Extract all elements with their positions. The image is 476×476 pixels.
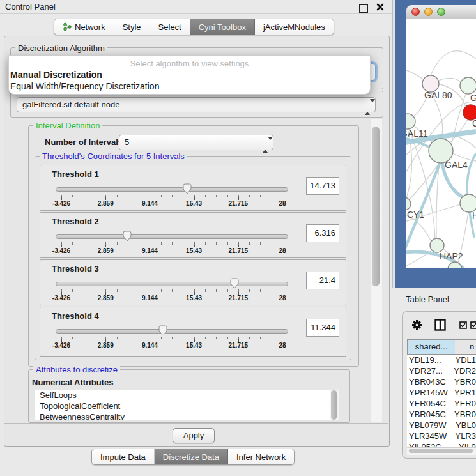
threshold-4-label: Threshold 4 <box>52 311 99 321</box>
minimize-traffic-light-icon[interactable] <box>424 8 433 16</box>
network-window-titlebar[interactable] <box>406 5 476 19</box>
node-label: GAL4 <box>445 160 468 170</box>
table-row[interactable]: YBR045CYBR0 <box>407 409 476 420</box>
close-traffic-light-icon[interactable] <box>411 8 420 16</box>
node-partial-top-right[interactable] <box>460 77 476 94</box>
number-of-intervals-value: 5 <box>125 137 129 147</box>
table-row[interactable]: YLR345WYLR3 <box>407 431 476 441</box>
list-item[interactable]: TopologicalCoefficient <box>35 401 330 411</box>
list-item[interactable]: BetweennessCentrality <box>35 411 330 420</box>
column-header-name[interactable]: n <box>455 339 476 355</box>
tab-network-label: Network <box>75 22 105 32</box>
algorithm-dropdown-popup: Select algorithm to view settings Manual… <box>8 55 371 95</box>
table-row[interactable]: YER054CYER0 <box>407 398 476 409</box>
attributes-group-label: Attributes to discretize <box>33 365 120 374</box>
slider-thumb[interactable] <box>158 325 168 336</box>
spinner-arrows-icon <box>365 100 371 111</box>
node-label: GAL <box>470 93 476 103</box>
attributes-scrollbar-thumb[interactable] <box>331 390 337 420</box>
node-label: HAP2 <box>440 251 463 261</box>
slider-thumb[interactable] <box>123 231 132 242</box>
tab-discretize-data[interactable]: Discretize Data <box>155 449 228 464</box>
slider-track[interactable] <box>56 234 288 239</box>
network-canvas[interactable]: GAL80 GAL C GAL11 GAL4 GCY1 H HAP2 <box>406 19 476 268</box>
list-item[interactable]: SelfLoops <box>35 390 330 401</box>
slider-track[interactable] <box>56 187 288 192</box>
close-icon[interactable] <box>376 3 385 12</box>
tab-infer-network[interactable]: Infer Network <box>228 449 294 464</box>
slider-ticks <box>61 337 282 342</box>
node-label: GAL80 <box>424 90 452 100</box>
node-label: GAL11 <box>406 128 428 139</box>
table-row[interactable]: YDR27...YDR2 <box>407 365 476 376</box>
algorithm-option-equal-width[interactable]: Equal Width/Frequency Discretization <box>10 81 159 91</box>
settings-scrollbar-thumb[interactable] <box>372 127 380 286</box>
split-column-icon[interactable] <box>434 319 446 333</box>
gear-icon[interactable] <box>411 319 422 332</box>
algorithm-option-manual[interactable]: Manual Discretization <box>10 70 102 80</box>
threshold-2-value-field[interactable]: 6.316 <box>306 224 339 242</box>
algorithm-placeholder-option[interactable]: Select algorithm to view settings <box>9 59 370 68</box>
slider-ticks <box>61 242 282 247</box>
tab-network[interactable]: Network <box>54 19 114 35</box>
network-view-window: GAL80 GAL C GAL11 GAL4 GCY1 H HAP2 <box>395 0 476 288</box>
thresholds-group-label: Threshold's Coordinates for 5 Intervals <box>40 151 187 161</box>
threshold-4-value-field[interactable]: 11.344 <box>306 319 339 337</box>
zoom-traffic-light-icon[interactable] <box>437 8 445 16</box>
tab-cyni-toolbox[interactable]: Cyni Toolbox <box>190 19 255 35</box>
spinner-arrows-icon <box>263 138 268 148</box>
table-row[interactable]: YBR043CYBR0 <box>407 376 476 387</box>
threshold-4-slider[interactable] <box>58 325 282 337</box>
threshold-1-slider[interactable] <box>58 183 282 195</box>
network-icon <box>63 22 72 31</box>
table-hscrollbar-thumb[interactable] <box>409 449 473 453</box>
bottom-tab-bar: Impute Data Discretize Data Infer Networ… <box>91 449 295 465</box>
threshold-2-slider[interactable] <box>58 231 282 242</box>
threshold-3-label: Threshold 3 <box>52 264 99 273</box>
slider-track[interactable] <box>56 282 288 286</box>
slider-tick-labels: -3.426 2.859 9.144 15.43 21.715 28 <box>61 247 282 255</box>
table-row[interactable]: YIL052CYIL0 <box>407 441 476 447</box>
apply-button[interactable]: Apply <box>173 428 215 443</box>
node-gcy1[interactable] <box>406 197 411 210</box>
node-hap2[interactable] <box>430 238 444 252</box>
table-row[interactable]: YBL079WYBL0 <box>407 420 476 431</box>
table-row[interactable]: YDL19...YDL1 <box>407 355 476 365</box>
number-of-intervals-combobox[interactable]: 5 <box>119 135 273 150</box>
checkbox-icon[interactable] <box>470 321 476 331</box>
node-label: C <box>472 118 476 128</box>
slider-ticks <box>61 289 282 295</box>
node-table: YDL19...YDL1 YDR27...YDR2 YBR043CYBR0 YP… <box>407 355 476 447</box>
threshold-3-value-field[interactable]: 21.4 <box>306 272 339 289</box>
tab-style[interactable]: Style <box>114 19 150 35</box>
slider-thumb[interactable] <box>230 278 240 289</box>
threshold-1-label: Threshold 1 <box>52 169 99 179</box>
tab-jactivemnodules[interactable]: jActiveMNodules <box>255 19 334 35</box>
control-panel: Control Panel Network Style Select Cyni … <box>0 0 393 476</box>
slider-thumb[interactable] <box>183 183 192 194</box>
threshold-3-panel: Threshold 3 -3.426 2.859 9.144 15.43 21.… <box>40 259 346 305</box>
top-tab-bar: Network Style Select Cyni Toolbox jActiv… <box>54 19 334 35</box>
float-icon[interactable] <box>359 4 368 13</box>
interval-definition-group-label: Interval Definition <box>33 121 102 130</box>
slider-tick-labels: -3.426 2.859 9.144 15.43 21.715 28 <box>61 200 282 208</box>
node-bottom-partial[interactable] <box>448 262 462 268</box>
column-header-shared-name[interactable]: shared... <box>407 339 456 355</box>
table-row[interactable]: YPR145WYPR1 <box>407 387 476 398</box>
divider <box>4 423 388 424</box>
checkbox-icon[interactable] <box>459 321 467 331</box>
threshold-4-panel: Threshold 4 -3.426 2.859 9.144 15.43 21.… <box>40 307 346 357</box>
threshold-3-slider[interactable] <box>58 278 282 289</box>
tab-select[interactable]: Select <box>150 19 190 35</box>
tab-impute-data[interactable]: Impute Data <box>92 449 155 464</box>
discretization-algorithm-group-label: Discretization Algorithm <box>15 43 107 53</box>
slider-track[interactable] <box>56 329 288 334</box>
threshold-1-value-field[interactable]: 14.713 <box>306 177 339 195</box>
table-data-combobox[interactable]: galFiltered.sif default node <box>17 97 376 112</box>
threshold-2-panel: Threshold 2 -3.426 2.859 9.144 15.43 21.… <box>40 212 346 258</box>
control-panel-titlebar: Control Panel <box>0 0 392 14</box>
node-label: H <box>472 210 476 220</box>
slider-tick-labels: -3.426 2.859 9.144 15.43 21.715 28 <box>61 342 282 349</box>
node-label: GCY1 <box>406 210 424 220</box>
node-h-partial[interactable] <box>460 194 476 212</box>
